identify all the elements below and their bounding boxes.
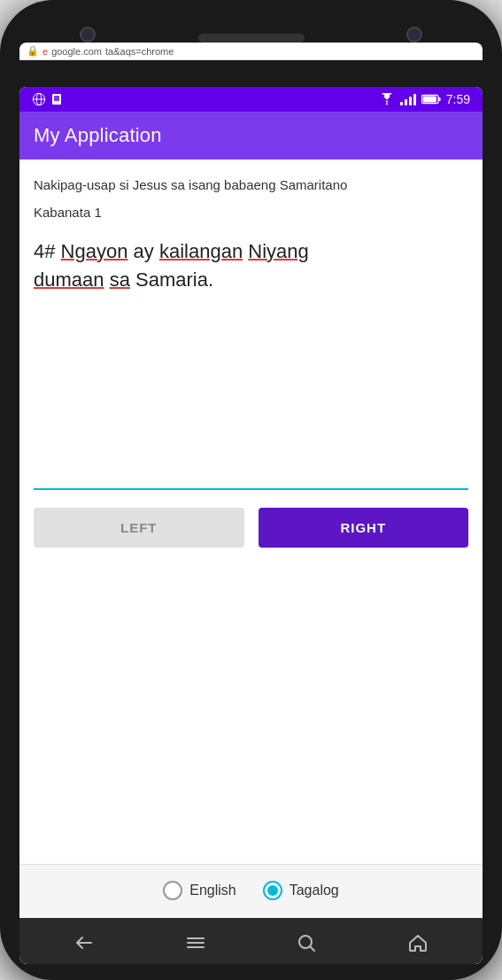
back-button[interactable] <box>73 932 95 953</box>
word-niyang: Niyang <box>248 240 308 262</box>
chrome-address-bar: 🔒 e google.com ta&aqs=chrome <box>19 43 483 60</box>
radio-tagalog[interactable]: Tagalog <box>263 881 339 900</box>
status-right: 7:59 <box>379 92 470 106</box>
radio-english-circle[interactable] <box>163 881 182 900</box>
url-suffix: ta&aqs=chrome <box>105 46 174 57</box>
radio-tagalog-dot <box>267 885 278 896</box>
buttons-row: LEFT RIGHT <box>19 490 483 565</box>
svg-rect-7 <box>422 97 436 103</box>
chapter-text: Kabanata 1 <box>34 205 468 220</box>
word-kailangan: kailangan <box>159 240 243 262</box>
time-display: 7:59 <box>446 92 470 106</box>
svg-line-13 <box>311 947 315 952</box>
speaker <box>198 34 305 43</box>
right-button[interactable]: RIGHT <box>259 508 469 548</box>
menu-button[interactable] <box>185 932 206 953</box>
home-button[interactable] <box>407 932 429 953</box>
radio-tagalog-circle[interactable] <box>263 881 282 900</box>
left-button[interactable]: LEFT <box>34 508 244 548</box>
radio-tagalog-label: Tagalog <box>290 883 339 898</box>
word-samaria: Samaria. <box>135 268 213 291</box>
word-sa: sa <box>110 268 130 291</box>
status-bar: 7:59 <box>19 87 483 112</box>
word-ay: ay <box>134 240 159 262</box>
spacer <box>19 565 483 864</box>
text-section: Nakipag-usap si Jesus sa isang babaeng S… <box>19 159 483 474</box>
search-button[interactable] <box>296 932 317 953</box>
url-text: google.com <box>51 46 102 57</box>
radio-english[interactable]: English <box>163 881 236 900</box>
signal-icon <box>400 93 416 105</box>
word-ngayon: Ngayon <box>61 240 128 262</box>
verse-text: 4# Ngayon ay kailangan Niyang dumaan sa … <box>34 237 468 294</box>
verse-number: 4# <box>34 240 55 262</box>
svg-point-5 <box>386 103 388 105</box>
sim-icon <box>51 92 62 106</box>
screen: 🔒 e google.com ta&aqs=chrome <box>19 43 483 964</box>
camera-left <box>80 27 96 43</box>
svg-rect-8 <box>438 97 440 101</box>
url-red-char: e <box>42 46 48 57</box>
wifi-icon <box>379 93 395 105</box>
radio-group: English Tagalog <box>19 864 483 918</box>
lock-icon: 🔒 <box>27 45 39 57</box>
app-bar: My Application <box>19 112 483 159</box>
radio-english-label: English <box>189 883 236 898</box>
svg-rect-4 <box>54 96 59 101</box>
content-area: Nakipag-usap si Jesus sa isang babaeng S… <box>19 159 483 918</box>
phone-frame: 🔒 e google.com ta&aqs=chrome <box>0 0 502 980</box>
app-screen: 7:59 My Application Nakipag-usap si Jesu… <box>19 87 483 964</box>
word-dumaan: dumaan <box>34 268 104 291</box>
globe-icon <box>32 92 46 106</box>
app-bar-title: My Application <box>34 124 162 146</box>
bottom-nav <box>19 918 483 964</box>
subtitle-text: Nakipag-usap si Jesus sa isang babaeng S… <box>34 175 468 194</box>
camera-right <box>406 27 422 43</box>
status-left <box>32 92 62 106</box>
battery-icon <box>421 93 441 105</box>
